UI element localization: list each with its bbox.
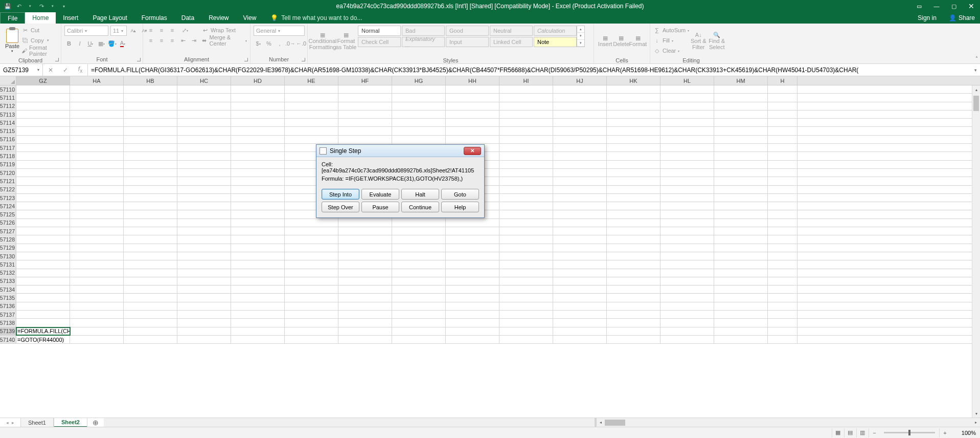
cell[interactable]: [231, 127, 285, 135]
cell[interactable]: [16, 202, 70, 210]
cell[interactable]: [714, 327, 768, 335]
cell[interactable]: [338, 269, 392, 277]
cell[interactable]: [714, 127, 768, 135]
cell[interactable]: [553, 269, 607, 277]
cell[interactable]: [70, 227, 124, 235]
font-launcher[interactable]: [136, 57, 141, 62]
cell[interactable]: [768, 260, 797, 268]
column-header[interactable]: HM: [714, 76, 768, 85]
cell[interactable]: [499, 260, 553, 268]
cell[interactable]: [392, 286, 446, 293]
cell[interactable]: [607, 102, 660, 110]
cell[interactable]: [607, 177, 660, 185]
accounting-button[interactable]: $▾: [254, 39, 263, 48]
cell[interactable]: [70, 210, 124, 218]
cell[interactable]: [607, 202, 660, 210]
cell[interactable]: [16, 302, 70, 310]
cell[interactable]: [660, 286, 714, 293]
cell[interactable]: [553, 144, 607, 151]
cell[interactable]: [392, 260, 446, 268]
cell[interactable]: [177, 269, 231, 277]
cell[interactable]: [177, 252, 231, 260]
cell[interactable]: [231, 177, 285, 185]
cell[interactable]: [446, 277, 499, 285]
cell[interactable]: [768, 336, 797, 343]
cell[interactable]: [553, 244, 607, 252]
step-into-button[interactable]: Step Into: [322, 189, 359, 200]
cell[interactable]: [70, 260, 124, 268]
cell[interactable]: [607, 336, 660, 343]
cell[interactable]: [124, 235, 177, 243]
cell[interactable]: [70, 302, 124, 310]
font-name-combo[interactable]: Calibri▾: [64, 26, 108, 36]
cell[interactable]: [231, 152, 285, 160]
cell[interactable]: [124, 210, 177, 218]
cell[interactable]: [392, 119, 446, 126]
cell[interactable]: [499, 244, 553, 252]
cell[interactable]: [392, 311, 446, 318]
cell[interactable]: [16, 294, 70, 301]
cell[interactable]: [177, 152, 231, 160]
cell[interactable]: [446, 136, 499, 143]
column-header[interactable]: HG: [392, 76, 446, 85]
cell[interactable]: [553, 85, 607, 93]
italic-button[interactable]: I: [75, 39, 84, 48]
cell[interactable]: [607, 127, 660, 135]
cell[interactable]: [553, 327, 607, 335]
cell[interactable]: [714, 210, 768, 218]
cell[interactable]: [499, 144, 553, 151]
cell[interactable]: [124, 277, 177, 285]
cell[interactable]: [446, 127, 499, 135]
align-middle-button[interactable]: ≡: [157, 26, 166, 35]
fill-button[interactable]: ↓Fill▾: [653, 36, 689, 45]
cell[interactable]: [553, 227, 607, 235]
cell[interactable]: [70, 169, 124, 177]
column-header[interactable]: HK: [607, 76, 660, 85]
cell[interactable]: [285, 94, 338, 101]
cell[interactable]: [714, 311, 768, 318]
cut-button[interactable]: ✂Cut: [21, 26, 58, 35]
cell[interactable]: [660, 336, 714, 343]
cell[interactable]: [70, 311, 124, 318]
grow-font-button[interactable]: A▴: [129, 26, 138, 35]
cell[interactable]: [338, 219, 392, 227]
row-header[interactable]: 57135: [0, 294, 16, 301]
step-over-button[interactable]: Step Over: [322, 202, 359, 212]
cell[interactable]: [499, 202, 553, 210]
cell[interactable]: [499, 327, 553, 335]
cell[interactable]: [392, 302, 446, 310]
cell[interactable]: [338, 94, 392, 101]
cell[interactable]: [768, 277, 797, 285]
percent-button[interactable]: %: [264, 39, 274, 48]
scroll-right-icon[interactable]: ▸: [972, 419, 980, 427]
next-sheet-icon[interactable]: ▸: [12, 420, 14, 425]
cell[interactable]: [124, 119, 177, 126]
cell[interactable]: [124, 327, 177, 335]
cell[interactable]: [70, 252, 124, 260]
tab-page-layout[interactable]: Page Layout: [85, 12, 134, 24]
cell[interactable]: [16, 252, 70, 260]
formula-input[interactable]: =FORMULA.FILL(CHAR(GI36317-GO62613)&CHAR…: [88, 64, 971, 76]
cell[interactable]: [660, 277, 714, 285]
qat-customize-icon[interactable]: ▾: [59, 2, 69, 11]
cell[interactable]: [499, 119, 553, 126]
cell[interactable]: [231, 336, 285, 343]
evaluate-button[interactable]: Evaluate: [361, 189, 399, 200]
cell[interactable]: [124, 177, 177, 185]
cell[interactable]: [70, 194, 124, 202]
align-right-button[interactable]: ≡: [168, 36, 177, 45]
cell[interactable]: [768, 252, 797, 260]
cell[interactable]: [392, 327, 446, 335]
cell[interactable]: [392, 294, 446, 301]
cell[interactable]: [446, 327, 499, 335]
cell[interactable]: [231, 219, 285, 227]
cell[interactable]: [553, 260, 607, 268]
cell[interactable]: [714, 102, 768, 110]
scroll-down-icon[interactable]: ▾: [577, 33, 584, 39]
sheet-nav[interactable]: ◂▸: [0, 420, 20, 425]
maximize-icon[interactable]: ▢: [945, 0, 963, 12]
cell[interactable]: [768, 286, 797, 293]
scroll-up-icon[interactable]: ▴: [972, 85, 980, 94]
cell[interactable]: [768, 219, 797, 227]
zoom-level[interactable]: 100%: [951, 430, 976, 436]
